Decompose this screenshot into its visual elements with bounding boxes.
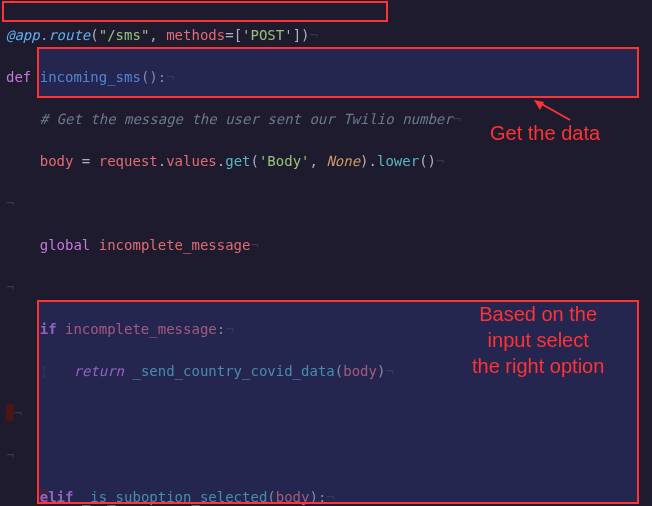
code-line: @app.route("/sms", methods=['POST'])¬ <box>6 25 646 46</box>
annotation-text-get-data: Get the data <box>490 118 600 148</box>
code-line: elif _is_suboption_selected(body):¬ <box>6 487 646 506</box>
code-line: global incomplete_message¬ <box>6 235 646 256</box>
code-line: ¬ <box>6 445 646 466</box>
code-editor-view: @app.route("/sms", methods=['POST'])¬ de… <box>6 4 646 506</box>
code-line: ¬ <box>6 403 646 424</box>
code-line: body = request.values.get('Body', None).… <box>6 151 646 172</box>
annotation-text-select-option: Based on the input select the right opti… <box>472 301 604 379</box>
code-line: ¬ <box>6 277 646 298</box>
cursor-marker <box>6 404 14 421</box>
code-line: ¬ <box>6 193 646 214</box>
code-line: def incoming_sms():¬ <box>6 67 646 88</box>
